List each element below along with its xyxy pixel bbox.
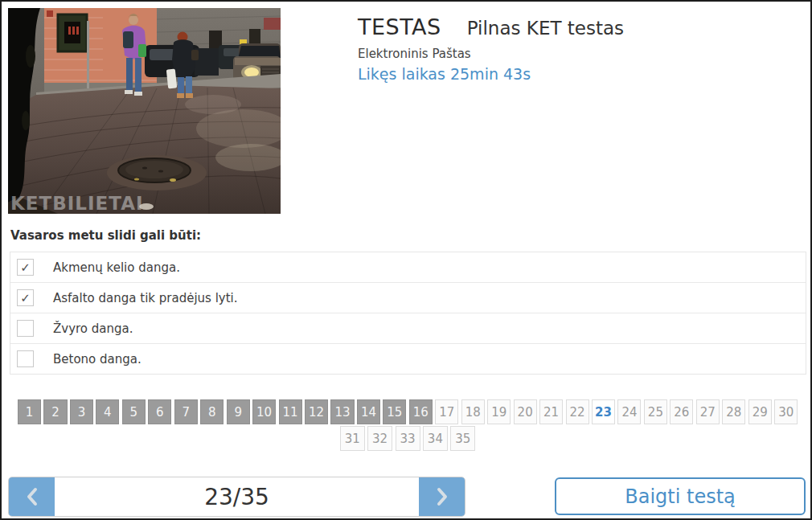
- question-number-2[interactable]: 2: [43, 399, 67, 424]
- question-number-21[interactable]: 21: [539, 399, 563, 424]
- question-number-25[interactable]: 25: [644, 399, 667, 424]
- question-number-33[interactable]: 33: [396, 426, 420, 451]
- question-number-30[interactable]: 30: [774, 399, 798, 424]
- question-number-12[interactable]: 12: [305, 399, 328, 424]
- street-scene-illustration: KETBILIETAI: [8, 8, 281, 214]
- watermark-text: KETBILIETAI: [10, 193, 144, 214]
- question-number-9[interactable]: 9: [227, 399, 250, 424]
- question-number-18[interactable]: 18: [461, 399, 485, 424]
- answer-option-row[interactable]: Betono danga.: [10, 344, 806, 374]
- time-remaining: Likęs laikas 25min 43s: [358, 65, 624, 83]
- answer-option-row[interactable]: ✓Asfalto danga tik pradėjus lyti.: [10, 283, 806, 313]
- question-number-32[interactable]: 32: [367, 426, 392, 451]
- chevron-right-icon: [436, 487, 449, 506]
- question-number-27[interactable]: 27: [696, 399, 720, 424]
- question-number-nav: 1234567891011121314151617181920212223242…: [18, 399, 798, 451]
- question-number-35[interactable]: 35: [450, 426, 475, 451]
- question-number-34[interactable]: 34: [423, 426, 448, 451]
- question-number-24[interactable]: 24: [617, 399, 641, 424]
- test-name: Pilnas KET testas: [467, 18, 624, 39]
- backpack: [123, 31, 133, 48]
- manhole-cover: [107, 155, 207, 190]
- question-number-23[interactable]: 23: [592, 399, 615, 424]
- question-number-17[interactable]: 17: [435, 399, 458, 424]
- answer-option-label: Žvyro danga.: [53, 321, 133, 336]
- question-nav-row: 3132333435: [18, 426, 798, 451]
- question-number-16[interactable]: 16: [409, 399, 433, 424]
- question-number-26[interactable]: 26: [670, 399, 693, 424]
- test-page: KETBILIETAI TESTAS Pilnas KET testas Ele…: [0, 0, 812, 520]
- red-awning: [264, 18, 281, 30]
- answer-option-label: Asfalto danga tik pradėjus lyti.: [53, 291, 238, 305]
- question-number-20[interactable]: 20: [514, 399, 537, 424]
- question-pager: 23/35: [8, 477, 465, 517]
- wet-reflection: [185, 95, 241, 114]
- question-number-13[interactable]: 13: [330, 399, 354, 424]
- question-position: 23/35: [9, 477, 465, 516]
- question-number-8[interactable]: 8: [200, 399, 224, 424]
- question-text: Vasaros metu slidi gali būti:: [10, 228, 201, 243]
- checkbox-checked[interactable]: ✓: [17, 289, 34, 306]
- finish-test-button[interactable]: Baigti testą: [555, 477, 806, 515]
- checkbox-unchecked[interactable]: [17, 350, 34, 367]
- checkbox-checked[interactable]: ✓: [17, 259, 34, 276]
- answer-option-row[interactable]: Žvyro danga.: [10, 313, 806, 344]
- question-photo: KETBILIETAI: [8, 8, 281, 214]
- green-bag: [138, 44, 146, 57]
- question-number-28[interactable]: 28: [722, 399, 745, 424]
- sign-pole: [87, 21, 89, 88]
- question-number-29[interactable]: 29: [748, 399, 772, 424]
- previous-question-button[interactable]: [9, 477, 55, 516]
- answer-options-list: ✓Akmenų kelio danga.✓Asfalto danga tik p…: [10, 252, 806, 375]
- question-nav-row: 1234567891011121314151617181920212223242…: [18, 399, 798, 424]
- question-number-3[interactable]: 3: [70, 399, 93, 424]
- question-number-19[interactable]: 19: [487, 399, 511, 424]
- checkbox-unchecked[interactable]: [17, 320, 34, 337]
- question-number-6[interactable]: 6: [148, 399, 171, 424]
- question-number-1[interactable]: 1: [18, 399, 41, 424]
- question-number-31[interactable]: 31: [340, 426, 365, 451]
- question-number-15[interactable]: 15: [383, 399, 406, 424]
- answer-option-row[interactable]: ✓Akmenų kelio danga.: [10, 252, 806, 283]
- next-question-button[interactable]: [419, 477, 465, 516]
- question-number-10[interactable]: 10: [252, 399, 276, 424]
- page-title: TESTAS: [358, 14, 441, 39]
- question-number-4[interactable]: 4: [96, 399, 119, 424]
- shoulder-bag: [191, 50, 199, 60]
- question-number-5[interactable]: 5: [122, 399, 146, 424]
- question-number-7[interactable]: 7: [174, 399, 198, 424]
- test-header: TESTAS Pilnas KET testas Elektroninis Pa…: [358, 14, 624, 83]
- answer-option-label: Betono danga.: [53, 352, 141, 366]
- chevron-left-icon: [26, 487, 39, 506]
- question-number-11[interactable]: 11: [279, 399, 302, 424]
- answer-option-label: Akmenų kelio danga.: [53, 260, 180, 275]
- question-number-14[interactable]: 14: [357, 399, 380, 424]
- user-label: Elektroninis Paštas: [358, 47, 624, 61]
- question-number-22[interactable]: 22: [566, 399, 589, 424]
